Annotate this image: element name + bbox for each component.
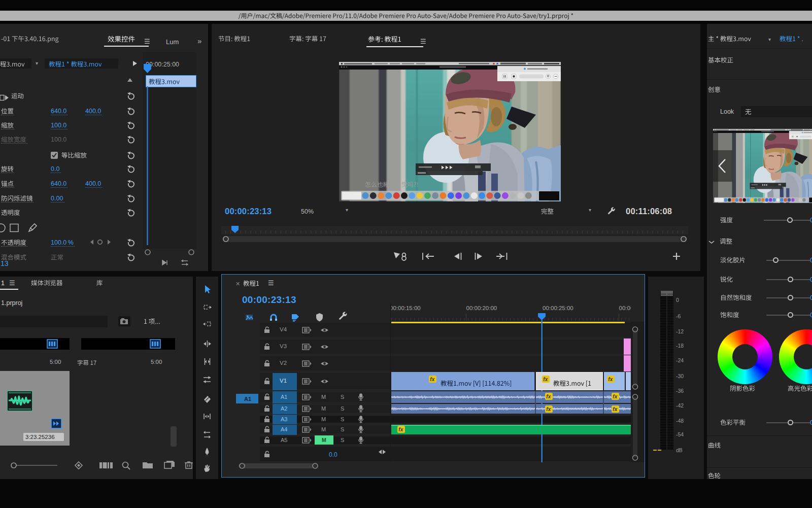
svg-text:fx: fx xyxy=(613,394,617,399)
svg-text:00:00:25:00: 00:00:25:00 xyxy=(543,305,573,311)
svg-text:00:00:30:00: 00:00:30:00 xyxy=(619,305,631,311)
svg-text:00:00:20:00: 00:00:20:00 xyxy=(466,305,497,311)
svg-text:fx: fx xyxy=(398,427,403,432)
svg-text:fx: fx xyxy=(430,377,434,382)
svg-text:00:00:15:00: 00:00:15:00 xyxy=(391,305,421,311)
svg-text:fx: fx xyxy=(613,407,617,412)
svg-text:fx: fx xyxy=(546,407,551,412)
svg-text:fx: fx xyxy=(546,394,551,399)
svg-text:fx: fx xyxy=(543,377,548,382)
svg-text:fx: fx xyxy=(608,377,613,382)
